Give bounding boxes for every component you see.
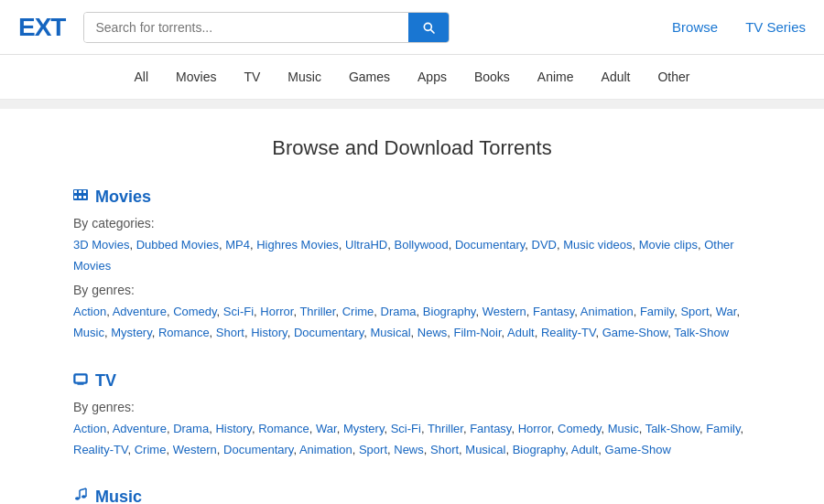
nav-item-movies[interactable]: Movies [176,70,216,84]
genre-link[interactable]: Reality-TV [73,443,127,456]
svg-rect-8 [76,375,86,381]
svg-line-14 [80,488,86,490]
nav-item-other[interactable]: Other [657,70,689,84]
genre-link[interactable]: Western [173,443,217,456]
genre-link[interactable]: Drama [173,422,209,435]
genre-link[interactable]: Documentary [294,326,363,339]
genre-link[interactable]: Family [706,422,740,435]
genre-link[interactable]: Music [608,422,639,435]
tv-genre-links: Action, Adventure, Drama, History, Roman… [73,418,751,461]
cat-link[interactable]: Bollywood [394,238,448,252]
cat-link[interactable]: UltraHD [345,238,387,252]
genre-link[interactable]: Action [73,422,106,435]
genre-link[interactable]: Talk-Show [645,422,699,435]
genre-link[interactable]: Documentary [223,443,293,456]
header-nav: Browse TV Series [672,19,806,35]
header: EXT Browse TV Series [0,0,824,55]
cat-link[interactable]: DVD [532,238,557,252]
cat-link[interactable]: Movie clips [639,238,698,252]
genre-link[interactable]: Family [640,305,674,318]
genre-link[interactable]: Drama [381,305,417,318]
cat-link[interactable]: Dubbed Movies [136,238,219,252]
genre-link[interactable]: Sci-Fi [391,422,421,435]
genre-link[interactable]: News [417,326,448,339]
genre-link[interactable]: Thriller [299,305,335,318]
genre-link[interactable]: Musical [370,326,410,339]
search-button[interactable] [408,13,449,42]
movies-categories-label: By categories: [73,216,751,231]
nav-item-music[interactable]: Music [287,70,321,84]
genre-link[interactable]: Mystery [343,422,385,435]
nav-item-all[interactable]: All [135,70,149,84]
genre-link[interactable]: Horror [518,422,551,435]
tv-genres-label: By genres: [73,400,751,414]
search-bar [83,12,450,43]
genre-link[interactable]: Game-Show [605,443,671,456]
genre-link[interactable]: Adventure [113,422,167,435]
nav-item-apps[interactable]: Apps [417,70,447,84]
genre-link[interactable]: News [394,443,424,456]
movies-icon [73,188,88,207]
nav-item-tv[interactable]: TV [244,70,260,84]
cat-link[interactable]: Highres Movies [256,238,339,252]
genre-link[interactable]: Adult [507,326,535,339]
genre-link[interactable]: Sport [680,305,709,318]
genre-link[interactable]: Sport [359,443,387,456]
genre-link[interactable]: Animation [580,305,634,318]
genre-link[interactable]: Action [73,305,106,318]
nav-item-anime[interactable]: Anime [537,70,574,84]
genre-link[interactable]: Biography [513,443,566,456]
genre-link[interactable]: Short [216,326,244,339]
genre-link[interactable]: Talk-Show [674,326,729,339]
genre-link[interactable]: War [716,305,737,318]
genre-link[interactable]: Biography [423,305,476,318]
genre-link[interactable]: Musical [465,443,505,456]
genre-link[interactable]: Comedy [173,305,216,318]
svg-rect-1 [74,190,77,193]
genre-link[interactable]: Adult [571,443,599,456]
genre-link[interactable]: Thriller [428,422,463,435]
cat-link[interactable]: MP4 [225,238,250,252]
genre-link[interactable]: Adventure [113,305,167,318]
section-title-music: Music [73,488,751,504]
movies-title-link[interactable]: Movies [95,188,151,207]
category-nav: AllMoviesTVMusicGamesAppsBooksAnimeAdult… [0,55,824,100]
svg-rect-4 [74,196,77,198]
movies-category-links: 3D Movies, Dubbed Movies, MP4, Highres M… [73,234,751,277]
genre-link[interactable]: Crime [135,443,167,456]
cat-link[interactable]: Documentary [455,238,525,252]
genre-link[interactable]: Mystery [111,326,152,339]
genre-link[interactable]: Game-Show [602,326,668,339]
genre-link[interactable]: Horror [260,305,293,318]
tv-series-link[interactable]: TV Series [745,19,806,35]
genre-link[interactable]: Romance [258,422,309,435]
genre-link[interactable]: Short [430,443,459,456]
genre-link[interactable]: Music [73,326,104,339]
gray-stripe [0,100,824,109]
nav-item-books[interactable]: Books [474,70,510,84]
svg-rect-6 [83,196,86,198]
music-title-link[interactable]: Music [95,488,142,504]
genre-link[interactable]: Film-Noir [454,326,502,339]
tv-title-link[interactable]: TV [95,371,116,391]
nav-item-games[interactable]: Games [349,70,390,84]
cat-link[interactable]: 3D Movies [73,238,129,252]
genre-link[interactable]: Fantasy [470,422,511,435]
nav-item-adult[interactable]: Adult [602,70,631,84]
genre-link[interactable]: Crime [342,305,374,318]
movies-genre-links: Action, Adventure, Comedy, Sci-Fi, Horro… [73,301,751,344]
genre-link[interactable]: Reality-TV [541,326,595,339]
genre-link[interactable]: Western [482,305,526,318]
genre-link[interactable]: Romance [158,326,210,339]
genre-link[interactable]: Fantasy [533,305,574,318]
browse-link[interactable]: Browse [672,19,718,35]
genre-link[interactable]: History [251,326,287,339]
search-input[interactable] [84,13,408,42]
genre-link[interactable]: War [316,422,337,435]
genre-link[interactable]: Comedy [558,422,601,435]
cat-link[interactable]: Music videos [563,238,632,252]
svg-rect-3 [83,190,86,193]
genre-link[interactable]: Animation [299,443,352,456]
genre-link[interactable]: History [215,422,251,435]
genre-link[interactable]: Sci-Fi [223,305,254,318]
